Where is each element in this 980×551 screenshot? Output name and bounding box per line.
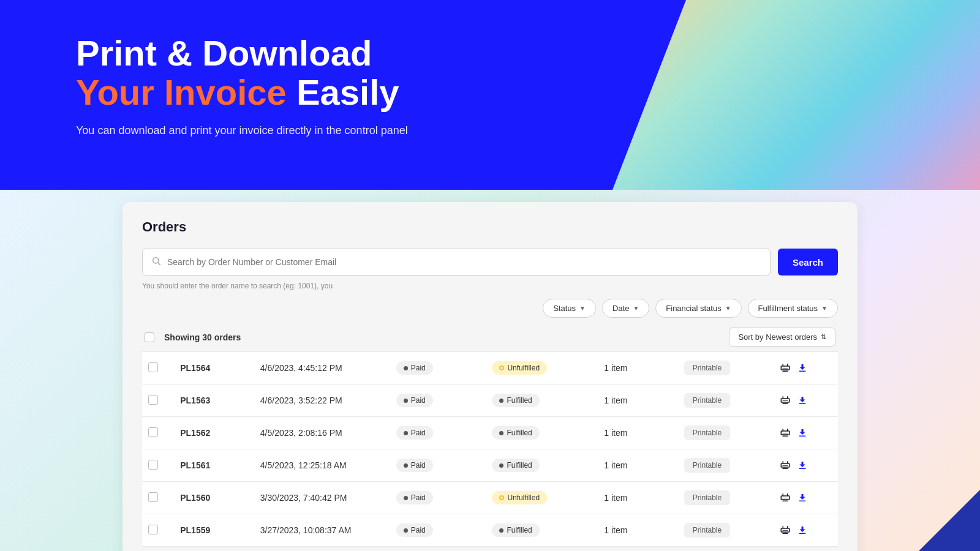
sort-chevron-icon: ⇅ (821, 333, 826, 341)
download-button-5[interactable] (797, 525, 808, 536)
row-checkbox-1[interactable] (148, 395, 158, 405)
select-all-checkbox[interactable] (145, 332, 154, 342)
showing-count: Showing 30 orders (164, 332, 729, 342)
hero-subtitle: You can download and print your invoice … (76, 124, 408, 137)
search-row: Search (142, 249, 838, 276)
order-date-3: 4/5/2023, 12:25:18 AM (254, 449, 390, 482)
hero-title-line1: Print & Download (76, 34, 408, 73)
hero-title-orange: Your Invoice (76, 72, 287, 112)
print-button-0[interactable] (780, 362, 791, 373)
chevron-down-icon: ▼ (633, 305, 639, 312)
fulfillment-status-filter[interactable]: Fulfillment status ▼ (748, 299, 838, 318)
order-id-5[interactable]: PL1559 (174, 514, 254, 547)
order-items-0: 1 item (598, 352, 678, 384)
search-button[interactable]: Search (778, 249, 838, 276)
printable-button-4[interactable]: Printable (684, 490, 730, 505)
order-payment-0: Paid (390, 352, 486, 384)
order-actions-1 (774, 384, 838, 417)
order-payment-3: Paid (390, 449, 486, 482)
hero-gradient (612, 0, 980, 190)
download-button-4[interactable] (797, 492, 808, 503)
row-checkbox-5[interactable] (148, 525, 158, 534)
order-date-4: 3/30/2023, 7:40:42 PM (254, 482, 390, 514)
order-printable-0: Printable (678, 352, 774, 384)
orders-table: PL1564 4/6/2023, 4:45:12 PM Paid Unfulfi… (142, 351, 838, 547)
table-row: PL1559 3/27/2023, 10:08:37 AM Paid Fulfi… (142, 514, 838, 547)
search-input-wrap (142, 249, 771, 276)
order-printable-2: Printable (678, 417, 774, 449)
print-button-4[interactable] (780, 492, 791, 503)
order-items-2: 1 item (598, 417, 678, 449)
print-button-5[interactable] (780, 525, 791, 536)
orders-title: Orders (142, 219, 838, 235)
order-fulfillment-0: Unfulfilled (486, 352, 598, 384)
download-button-2[interactable] (797, 427, 808, 438)
table-row: PL1560 3/30/2023, 7:40:42 PM Paid Unfulf… (142, 482, 838, 514)
order-printable-3: Printable (678, 449, 774, 482)
order-actions-5 (774, 514, 838, 547)
hero-section: Print & Download Your Invoice Easily You… (0, 0, 980, 190)
table-row: PL1561 4/5/2023, 12:25:18 AM Paid Fulfil… (142, 449, 838, 482)
order-id-0[interactable]: PL1564 (174, 352, 254, 384)
order-payment-5: Paid (390, 514, 486, 547)
order-date-2: 4/5/2023, 2:08:16 PM (254, 417, 390, 449)
order-actions-0 (774, 352, 838, 384)
chevron-down-icon: ▼ (579, 305, 586, 312)
order-fulfillment-5: Fulfilled (486, 514, 598, 547)
order-items-1: 1 item (598, 384, 678, 417)
order-fulfillment-3: Fulfilled (486, 449, 598, 482)
row-checkbox-4[interactable] (148, 492, 158, 502)
order-payment-4: Paid (390, 482, 486, 514)
download-button-0[interactable] (797, 362, 808, 373)
order-printable-5: Printable (678, 514, 774, 547)
order-payment-1: Paid (390, 384, 486, 417)
hero-title-white: Easily (287, 72, 399, 112)
financial-status-filter[interactable]: Financial status ▼ (655, 299, 741, 318)
order-actions-2 (774, 417, 838, 449)
row-checkbox-3[interactable] (148, 460, 158, 470)
chevron-down-icon: ▼ (821, 305, 827, 312)
order-printable-1: Printable (678, 384, 774, 417)
page-body: Orders Search You should enter the order… (0, 190, 980, 551)
decorative-triangle (919, 490, 980, 551)
table-header-row: Showing 30 orders Sort by Newest orders … (142, 328, 838, 347)
print-button-1[interactable] (780, 395, 791, 406)
order-printable-4: Printable (678, 482, 774, 514)
order-fulfillment-2: Fulfilled (486, 417, 598, 449)
search-input[interactable] (167, 257, 761, 267)
printable-button-1[interactable]: Printable (684, 393, 730, 408)
order-items-4: 1 item (598, 482, 678, 514)
order-id-3[interactable]: PL1561 (174, 449, 254, 482)
sort-dropdown[interactable]: Sort by Newest orders ⇅ (729, 328, 835, 347)
hero-content: Print & Download Your Invoice Easily You… (76, 34, 408, 137)
printable-button-3[interactable]: Printable (684, 458, 730, 473)
download-button-3[interactable] (797, 460, 808, 471)
table-row: PL1563 4/6/2023, 3:52:22 PM Paid Fulfill… (142, 384, 838, 417)
orders-card: Orders Search You should enter the order… (123, 202, 858, 551)
print-button-3[interactable] (780, 460, 791, 471)
order-date-1: 4/6/2023, 3:52:22 PM (254, 384, 390, 417)
row-checkbox-0[interactable] (148, 362, 158, 372)
search-icon (151, 256, 161, 268)
status-filter[interactable]: Status ▼ (543, 299, 596, 318)
chevron-down-icon: ▼ (725, 305, 731, 312)
hero-title-line2: Your Invoice Easily (76, 73, 408, 112)
svg-line-1 (158, 263, 160, 265)
order-id-4[interactable]: PL1560 (174, 482, 254, 514)
order-items-5: 1 item (598, 514, 678, 547)
print-button-2[interactable] (780, 427, 791, 438)
order-date-0: 4/6/2023, 4:45:12 PM (254, 352, 390, 384)
printable-button-2[interactable]: Printable (684, 425, 730, 440)
order-id-2[interactable]: PL1562 (174, 417, 254, 449)
order-actions-3 (774, 449, 838, 482)
filter-row: Status ▼ Date ▼ Financial status ▼ Fulfi… (142, 299, 838, 318)
order-id-1[interactable]: PL1563 (174, 384, 254, 417)
date-filter[interactable]: Date ▼ (602, 299, 649, 318)
printable-button-0[interactable]: Printable (684, 361, 730, 375)
download-button-1[interactable] (797, 395, 808, 406)
row-checkbox-2[interactable] (148, 427, 158, 437)
search-hint: You should enter the order name to searc… (142, 282, 838, 290)
order-payment-2: Paid (390, 417, 486, 449)
order-date-5: 3/27/2023, 10:08:37 AM (254, 514, 390, 547)
printable-button-5[interactable]: Printable (684, 523, 730, 538)
